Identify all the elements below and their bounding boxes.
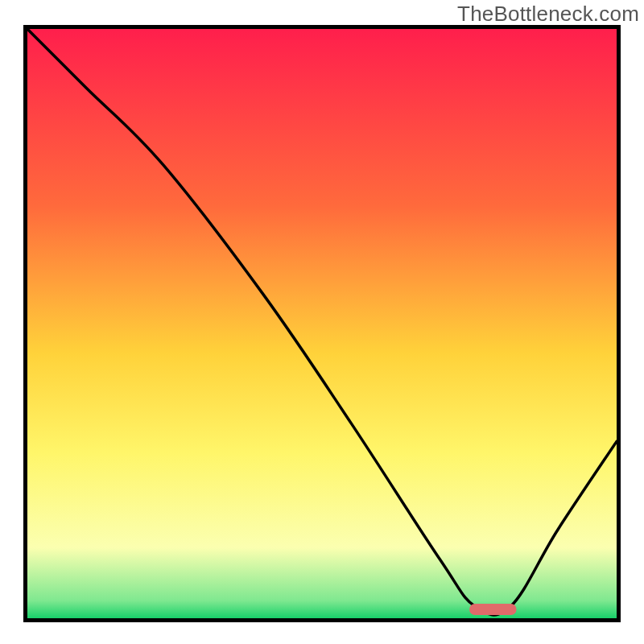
watermark-text: TheBottleneck.com	[457, 2, 639, 27]
chart-svg	[27, 29, 617, 618]
plot-area	[23, 25, 621, 622]
chart-frame: TheBottleneck.com	[0, 0, 644, 644]
optimal-range-marker	[469, 604, 517, 615]
